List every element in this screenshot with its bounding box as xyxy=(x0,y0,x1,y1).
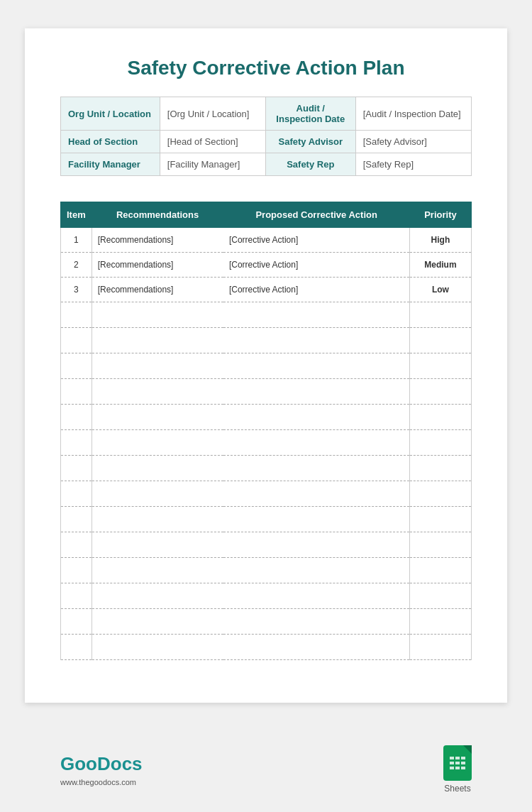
sheets-cell xyxy=(461,767,465,769)
facility-manager-value: [Facility Manager] xyxy=(160,153,265,176)
info-row-1: Org Unit / Location [Org Unit / Location… xyxy=(61,97,472,131)
empty-priority xyxy=(409,456,471,481)
empty-corrective xyxy=(223,430,409,456)
empty-item xyxy=(61,379,92,405)
footer: GooDocs www.thegoodocs.com xyxy=(25,731,507,808)
empty-item xyxy=(61,328,92,353)
sheets-cell xyxy=(455,762,460,764)
empty-corrective xyxy=(223,583,409,609)
table-header-row: Item Recommendations Proposed Corrective… xyxy=(61,202,472,228)
recommendations-cell: [Recommendations] xyxy=(92,228,223,253)
priority-cell: High xyxy=(409,228,471,253)
col-recommendations-header: Recommendations xyxy=(92,202,223,228)
table-row: 3 [Recommendations] [Corrective Action] … xyxy=(61,278,472,302)
info-row-3: Facility Manager [Facility Manager] Safe… xyxy=(61,153,472,176)
empty-row xyxy=(61,532,472,558)
empty-rec xyxy=(92,430,223,456)
empty-rec xyxy=(92,379,223,405)
empty-corrective xyxy=(223,507,409,532)
empty-item xyxy=(61,481,92,507)
empty-rec xyxy=(92,532,223,558)
empty-priority xyxy=(409,583,471,609)
empty-row xyxy=(61,635,472,660)
empty-row xyxy=(61,456,472,481)
corrective-action-cell: [Corrective Action] xyxy=(223,228,409,253)
empty-priority xyxy=(409,379,471,405)
empty-priority xyxy=(409,609,471,635)
info-table: Org Unit / Location [Org Unit / Location… xyxy=(60,97,472,176)
org-unit-label: Org Unit / Location xyxy=(61,97,160,131)
empty-rec xyxy=(92,328,223,353)
empty-corrective xyxy=(223,558,409,583)
footer-logo: GooDocs www.thegoodocs.com xyxy=(60,753,143,786)
empty-priority xyxy=(409,635,471,660)
empty-corrective xyxy=(223,609,409,635)
head-section-label: Head of Section xyxy=(61,131,160,153)
sheets-line-1 xyxy=(450,757,465,759)
empty-row xyxy=(61,430,472,456)
info-row-2: Head of Section [Head of Section] Safety… xyxy=(61,131,472,153)
sheets-cell xyxy=(461,762,465,764)
empty-row xyxy=(61,405,472,430)
empty-item xyxy=(61,583,92,609)
sheets-lines xyxy=(450,757,465,769)
empty-rec xyxy=(92,353,223,379)
org-unit-value: [Org Unit / Location] xyxy=(160,97,265,131)
empty-item xyxy=(61,353,92,379)
empty-rec xyxy=(92,481,223,507)
empty-item xyxy=(61,609,92,635)
col-corrective-header: Proposed Corrective Action xyxy=(223,202,409,228)
empty-corrective xyxy=(223,481,409,507)
sheets-line-2 xyxy=(450,762,465,764)
item-number: 1 xyxy=(61,228,92,253)
empty-corrective xyxy=(223,379,409,405)
empty-priority xyxy=(409,430,471,456)
empty-corrective xyxy=(223,302,409,328)
empty-item xyxy=(61,405,92,430)
empty-rec xyxy=(92,635,223,660)
sheets-cell xyxy=(461,757,465,759)
empty-rec xyxy=(92,456,223,481)
empty-item xyxy=(61,532,92,558)
logo-d-icon: D xyxy=(97,753,111,774)
empty-row xyxy=(61,353,472,379)
empty-priority xyxy=(409,532,471,558)
empty-row xyxy=(61,609,472,635)
empty-row xyxy=(61,379,472,405)
empty-rec xyxy=(92,558,223,583)
empty-row xyxy=(61,583,472,609)
safety-rep-label: Safety Rep xyxy=(265,153,355,176)
empty-corrective xyxy=(223,532,409,558)
empty-priority xyxy=(409,507,471,532)
empty-rec xyxy=(92,609,223,635)
empty-item xyxy=(61,456,92,481)
recommendations-cell: [Recommendations] xyxy=(92,278,223,302)
safety-rep-value: [Safety Rep] xyxy=(355,153,471,176)
empty-row xyxy=(61,558,472,583)
empty-item xyxy=(61,558,92,583)
empty-corrective xyxy=(223,405,409,430)
empty-priority xyxy=(409,328,471,353)
footer-url: www.thegoodocs.com xyxy=(60,778,143,786)
audit-date-label: Audit / Inspection Date xyxy=(265,97,355,131)
priority-cell: Low xyxy=(409,278,471,302)
empty-corrective xyxy=(223,328,409,353)
col-priority-header: Priority xyxy=(409,202,471,228)
priority-cell: Medium xyxy=(409,253,471,278)
sheets-cell xyxy=(455,757,460,759)
empty-corrective xyxy=(223,456,409,481)
empty-row xyxy=(61,328,472,353)
empty-priority xyxy=(409,302,471,328)
empty-rec xyxy=(92,302,223,328)
empty-priority xyxy=(409,353,471,379)
item-number: 3 xyxy=(61,278,92,302)
empty-item xyxy=(61,302,92,328)
spacer xyxy=(60,180,472,194)
table-row: 2 [Recommendations] [Corrective Action] … xyxy=(61,253,472,278)
item-number: 2 xyxy=(61,253,92,278)
sheets-icon-container: Sheets xyxy=(443,745,472,794)
safety-advisor-label: Safety Advisor xyxy=(265,131,355,153)
sheets-label: Sheets xyxy=(444,784,470,794)
main-data-table: Item Recommendations Proposed Corrective… xyxy=(60,202,472,660)
sheets-cell xyxy=(455,767,460,769)
